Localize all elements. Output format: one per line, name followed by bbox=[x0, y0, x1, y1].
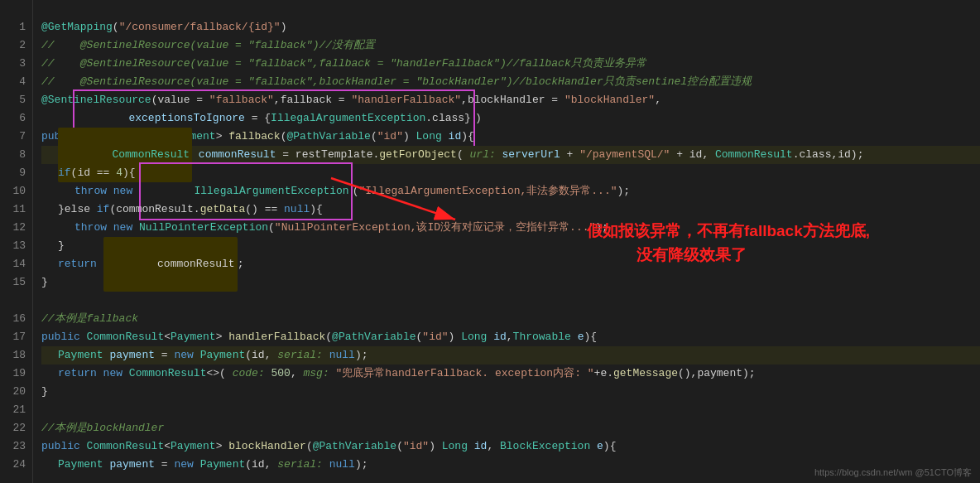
editor-container: 1 2 3 4 5 6 7 8 9 10 11 12 13 14 15 16 1… bbox=[0, 0, 980, 483]
code-line: @GetMapping("/consumer/fallback/{id}") bbox=[41, 18, 980, 36]
code-line: }else if(commonResult.getData() == null)… bbox=[41, 200, 980, 219]
code-line: } bbox=[41, 273, 980, 292]
code-line: public CommonResult<Payment> blockHandle… bbox=[41, 437, 980, 456]
code-line: //本例是blockHandler bbox=[41, 419, 980, 437]
code-line: public CommonResult<Payment> handlerFall… bbox=[41, 328, 980, 346]
code-line: Payment payment = new Payment(id, serial… bbox=[41, 346, 980, 365]
code-line: throw new IllegalArgumentException ("Ill… bbox=[41, 182, 980, 200]
code-line bbox=[41, 0, 980, 18]
code-line: return new CommonResult<>( code: 500, ms… bbox=[41, 365, 980, 383]
red-annotation: 假如报该异常，不再有fallback方法兜底, 没有降级效果了 bbox=[587, 220, 934, 267]
code-line: } bbox=[41, 383, 980, 401]
watermark: https://blog.csdn.net/wm @51CTO博客 bbox=[814, 466, 972, 479]
code-line bbox=[41, 401, 980, 419]
code-line: // @SentinelResource(value = "fallback")… bbox=[41, 36, 980, 55]
code-line: // @SentinelResource(value = "fallback",… bbox=[41, 55, 980, 73]
annotation-line2: 没有降级效果了 bbox=[587, 246, 747, 263]
code-line: CommonResult commonResult = restTemplate… bbox=[41, 146, 980, 164]
code-line bbox=[41, 292, 980, 310]
code-line: // @SentinelResource(value = "fallback",… bbox=[41, 73, 980, 91]
annotation-line1: 假如报该异常，不再有fallback方法兜底, bbox=[587, 222, 870, 239]
line-numbers: 1 2 3 4 5 6 7 8 9 10 11 12 13 14 15 16 1… bbox=[0, 0, 33, 483]
code-line: //本例是fallback bbox=[41, 310, 980, 328]
code-line: exceptionsToIgnore = {IllegalArgumentExc… bbox=[41, 109, 980, 128]
